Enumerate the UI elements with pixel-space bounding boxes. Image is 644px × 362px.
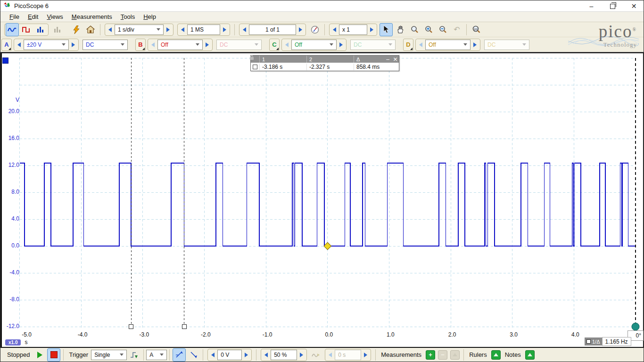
x-axis-multiplier[interactable]: x1.0 s: [5, 339, 27, 346]
channel-d-button[interactable]: D: [403, 39, 413, 51]
channel-a-range-select[interactable]: ±20 V: [24, 40, 69, 50]
x-mult-badge[interactable]: x1.0: [5, 339, 21, 346]
channel-b-range-select[interactable]: Off: [157, 40, 203, 50]
channel-b-button[interactable]: B: [135, 39, 146, 51]
scope-plot[interactable]: [0, 52, 644, 348]
chevron-down-icon: [62, 43, 66, 46]
right-arrow-icon: [206, 42, 209, 47]
square-wave-icon: [22, 26, 31, 33]
minimize-icon[interactable]: –: [581, 0, 602, 12]
channel-c-range-select[interactable]: Off: [291, 40, 337, 50]
pre-trigger-decrease[interactable]: [262, 350, 271, 360]
rulers-panel-button[interactable]: [491, 350, 501, 360]
menu-help[interactable]: Help: [139, 12, 160, 21]
status-bar: Stopped Trigger Single A 0 V: [0, 348, 644, 362]
legend-close-icon[interactable]: ✕: [390, 56, 398, 63]
samples-input[interactable]: 1 MS: [187, 25, 220, 35]
channel-a-range-increase[interactable]: [69, 40, 78, 50]
time-ruler-handle[interactable]: [129, 324, 133, 329]
pre-trigger-input[interactable]: 50 %: [271, 350, 297, 360]
legend-minimize-icon[interactable]: –: [383, 56, 390, 63]
close-icon[interactable]: ✕: [623, 0, 644, 12]
hand-tool-button[interactable]: [394, 23, 407, 36]
trigger-marker[interactable]: [324, 242, 331, 250]
trigger-mode-value: Single: [94, 352, 110, 358]
play-icon: [37, 352, 42, 358]
zoom-decrease-button[interactable]: [330, 25, 339, 35]
stop-capture-button[interactable]: [47, 348, 60, 362]
pico-technology-logo: pico® Technology: [568, 23, 639, 50]
menu-tools[interactable]: Tools: [116, 12, 139, 21]
trigger-mode-select[interactable]: Single: [91, 350, 127, 360]
trigger-level-increase[interactable]: [242, 350, 251, 360]
zoom-factor-input[interactable]: x 1: [339, 25, 367, 35]
buffer-navigator-button[interactable]: [308, 23, 322, 36]
channel-c-button[interactable]: C: [269, 39, 280, 51]
channel-c-range-decrease[interactable]: [282, 40, 291, 50]
channel-d-range-decrease[interactable]: [416, 40, 425, 50]
notes-panel-button[interactable]: [525, 350, 535, 360]
channel-b-range-increase[interactable]: [203, 40, 212, 50]
buffer-next-button[interactable]: [296, 25, 305, 35]
y-tick-label: 4.0: [2, 215, 19, 222]
timebase-decrease-button[interactable]: [106, 25, 115, 35]
legend-checkbox-cell[interactable]: [251, 65, 259, 69]
post-trigger-decrease[interactable]: [326, 350, 335, 360]
channel-a-button[interactable]: A: [1, 39, 12, 51]
right-arrow-icon: [166, 27, 170, 32]
up-arrow-icon: [528, 353, 532, 356]
menu-measurements[interactable]: Measurements: [67, 12, 116, 21]
falling-edge-button[interactable]: [187, 348, 200, 362]
add-measurement-button[interactable]: +: [426, 350, 435, 360]
marquee-zoom-button[interactable]: [408, 23, 421, 36]
persistence-spectrum-button-disabled: [51, 23, 64, 36]
start-capture-button[interactable]: [33, 348, 46, 362]
channel-d-range-select[interactable]: Off: [425, 40, 471, 50]
trigger-source-select[interactable]: A: [146, 350, 167, 360]
buffer-indicator[interactable]: 1 of 1: [249, 25, 296, 35]
samples-decrease-button[interactable]: [178, 25, 187, 35]
cursor-arrow-icon: [383, 25, 389, 33]
spectrum-view-button[interactable]: [34, 23, 47, 36]
menu-edit[interactable]: Edit: [24, 12, 42, 21]
channel-b-range-decrease[interactable]: [149, 40, 157, 50]
channel-a-range-decrease[interactable]: [15, 40, 24, 50]
samples-group: 1 MS: [177, 24, 230, 36]
channel-a-coupling-value: DC: [86, 41, 94, 48]
auto-setup-button[interactable]: [70, 23, 83, 36]
scope-view-button[interactable]: [6, 23, 19, 36]
notes-label: Notes: [505, 351, 521, 358]
normal-selection-button[interactable]: [380, 23, 393, 36]
menu-views[interactable]: Views: [42, 12, 67, 21]
trigger-level-group: 0 V: [207, 349, 252, 361]
trigger-level-input[interactable]: 0 V: [217, 350, 242, 360]
timebase-increase-button[interactable]: [164, 25, 173, 35]
y-tick-label: -12.0: [2, 323, 19, 329]
home-button[interactable]: [84, 23, 97, 36]
rising-edge-button[interactable]: [173, 348, 186, 362]
timebase-select[interactable]: 1 s/div: [115, 25, 164, 35]
channel-d-range-group: Off: [415, 39, 480, 51]
persistence-view-button[interactable]: [20, 23, 33, 36]
zoom-increase-button[interactable]: [367, 25, 376, 35]
zoom-in-button[interactable]: [422, 23, 435, 36]
buffer-prev-button[interactable]: [240, 25, 249, 35]
y-tick-label: -4.0: [2, 269, 19, 276]
menu-file[interactable]: File: [5, 12, 24, 21]
zoom-100-button[interactable]: 100: [470, 23, 483, 36]
time-ruler-handle[interactable]: [182, 324, 186, 329]
zoom-out-button[interactable]: [436, 23, 449, 36]
post-trigger-increase[interactable]: [361, 350, 370, 360]
trigger-marker-button[interactable]: [127, 348, 140, 362]
ruler-legend[interactable]: 1 2 Δ – ✕ -3.186 s -2.327 s 858.4 ms: [250, 55, 399, 71]
channel-a-coupling-select[interactable]: DC: [83, 40, 128, 50]
channel-a-axis-indicator[interactable]: [2, 58, 8, 64]
axis-scroll-handle[interactable]: [632, 323, 639, 330]
pre-trigger-increase[interactable]: [297, 350, 306, 360]
channel-d-range-increase[interactable]: [471, 40, 479, 50]
ruler-legend-header[interactable]: 1 2 Δ – ✕: [251, 56, 399, 63]
trigger-level-decrease[interactable]: [208, 350, 217, 360]
channel-c-range-increase[interactable]: [337, 40, 346, 50]
restore-icon[interactable]: [602, 0, 623, 12]
samples-increase-button[interactable]: [220, 25, 229, 35]
